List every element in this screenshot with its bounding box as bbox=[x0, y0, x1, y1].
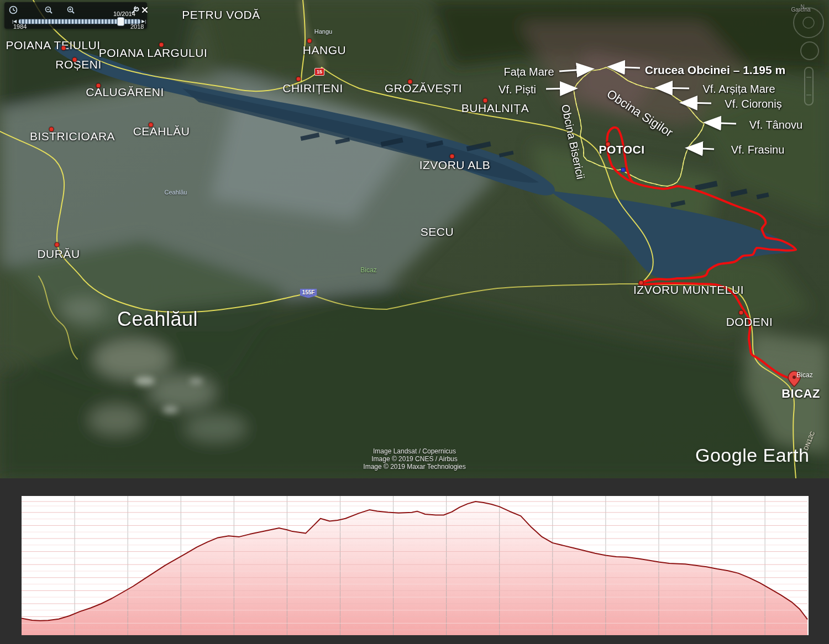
clock-icon[interactable] bbox=[9, 6, 18, 14]
satellite-terrain bbox=[0, 0, 829, 478]
zoom-out-icon[interactable] bbox=[44, 6, 53, 14]
time-slider-handle[interactable] bbox=[117, 17, 124, 26]
zoom-in-icon[interactable] bbox=[66, 6, 75, 14]
attribution-line: Image Landsat / Copernicus bbox=[332, 447, 497, 455]
elevation-profile-plot bbox=[0, 478, 829, 644]
time-slider-end-year: 2018 bbox=[130, 23, 144, 30]
route-waypoint-marker bbox=[621, 168, 625, 172]
time-slider-track[interactable] bbox=[18, 19, 141, 24]
google-earth-logo: Google Earth bbox=[695, 445, 809, 466]
imagery-attribution: Image Landsat / Copernicus Image © 2019 … bbox=[332, 447, 497, 471]
time-slider-panel: 10/2014 |◀ ▶| 1984 2018 bbox=[4, 2, 147, 29]
elevation-profile-panel: Graph: Min, Avg, Max Elevation: 502, 894… bbox=[0, 478, 829, 644]
time-slider-start-year: 1984 bbox=[13, 23, 27, 30]
attribution-line: Image © 2019 CNES / Airbus bbox=[332, 455, 497, 463]
map-viewport[interactable]: PETRU VODĂPOIANA TEIULUIPOIANA LARGULUIR… bbox=[0, 0, 829, 478]
google-earth-window: PETRU VODĂPOIANA TEIULUIPOIANA LARGULUIR… bbox=[0, 0, 829, 644]
time-slider-date: 10/2014 bbox=[113, 10, 135, 17]
attribution-line: Image © 2019 Maxar Technologies bbox=[332, 463, 497, 471]
close-icon[interactable] bbox=[140, 6, 149, 14]
